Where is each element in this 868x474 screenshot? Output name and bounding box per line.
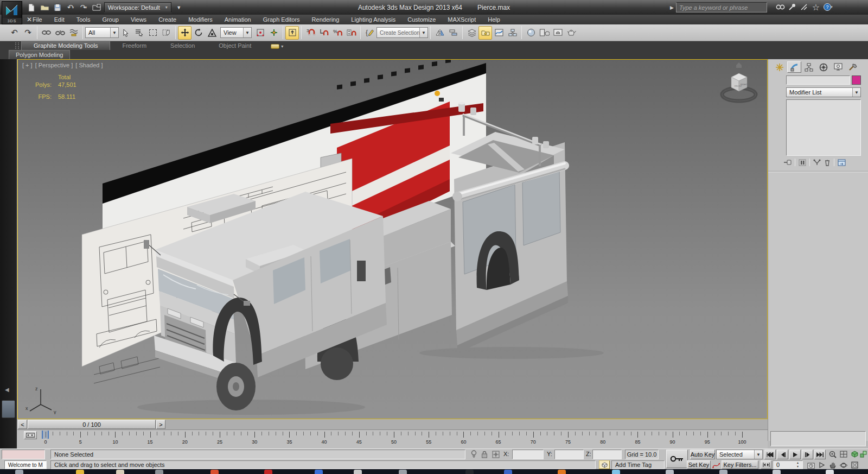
taskbar-icon[interactable] xyxy=(399,470,407,474)
tab-create-icon[interactable] xyxy=(773,61,787,73)
rectangular-selection-region-icon[interactable] xyxy=(146,26,159,40)
make-unique-icon[interactable] xyxy=(813,159,821,166)
select-by-name-icon[interactable] xyxy=(132,26,146,40)
select-and-manipulate-icon[interactable] xyxy=(267,26,280,40)
taskbar-icon[interactable] xyxy=(558,470,566,474)
modifier-stack-list[interactable] xyxy=(786,99,861,156)
curve-editor-icon[interactable] xyxy=(492,26,506,40)
tab-motion-icon[interactable] xyxy=(816,61,831,73)
taskbar-icon[interactable] xyxy=(465,470,474,474)
play-selected-icon[interactable] xyxy=(817,460,827,470)
orbit-icon[interactable] xyxy=(839,460,848,470)
previous-frame-arrow[interactable]: < xyxy=(18,420,27,429)
application-menu-button[interactable]: 3DS xyxy=(2,1,22,24)
y-coord-field[interactable] xyxy=(554,450,584,459)
frame-spinner[interactable]: ▲▼ xyxy=(796,461,799,468)
help-icon[interactable]: ?▾ xyxy=(822,2,833,12)
object-name-field[interactable] xyxy=(786,75,850,85)
previous-frame-button[interactable] xyxy=(777,450,788,459)
tab-modify-icon[interactable] xyxy=(787,61,801,73)
select-and-move-icon[interactable] xyxy=(178,26,192,40)
viewport-general-menu[interactable]: [ + ] xyxy=(22,62,33,68)
viewport-layout-grid-icon[interactable] xyxy=(839,450,848,459)
schematic-view-icon[interactable] xyxy=(506,26,519,40)
edit-named-selection-sets-icon[interactable]: { xyxy=(363,26,376,40)
select-and-rotate-icon[interactable] xyxy=(192,26,205,40)
object-color-swatch[interactable] xyxy=(852,75,861,85)
cubes-stack-icon[interactable] xyxy=(859,450,867,459)
go-to-end-button[interactable] xyxy=(814,450,826,459)
undo-button[interactable]: ↶▾ xyxy=(65,2,76,13)
maximize-viewport-toggle-icon[interactable] xyxy=(850,460,859,470)
ribbon-minimize-toggle[interactable]: ▾ xyxy=(271,44,283,49)
modifier-list-dropdown[interactable]: Modifier List ▼ xyxy=(786,87,861,97)
taskbar-icon[interactable] xyxy=(116,470,124,474)
key-filters-button[interactable]: Key Filters... xyxy=(722,460,758,469)
play-button[interactable] xyxy=(789,450,801,459)
add-time-tag-field[interactable]: Add Time Tag xyxy=(611,460,665,469)
taskbar-icon[interactable] xyxy=(612,470,620,474)
view-cube[interactable]: FRONT RIGHT xyxy=(714,61,763,115)
tab-freeform[interactable]: Freeform xyxy=(110,41,158,50)
tab-display-icon[interactable] xyxy=(831,61,845,73)
redo-icon[interactable]: ↷ xyxy=(21,26,35,40)
taskbar-icon[interactable] xyxy=(155,470,163,474)
key-step-mode-button[interactable] xyxy=(761,460,771,469)
undo-icon[interactable]: ↶ xyxy=(8,26,21,40)
select-and-scale-icon[interactable] xyxy=(205,26,219,40)
absolute-offset-mode-icon[interactable] xyxy=(491,450,501,459)
configure-modifier-sets-icon[interactable] xyxy=(838,159,846,166)
taskbar-icon[interactable] xyxy=(15,470,23,474)
pan-hand-icon[interactable] xyxy=(828,460,838,470)
project-folder-button[interactable] xyxy=(91,2,102,13)
favorites-star-icon[interactable]: ☆ xyxy=(810,2,821,12)
show-end-result-icon[interactable] xyxy=(799,159,806,166)
panel-polygon-modeling[interactable]: Polygon Modeling xyxy=(9,50,70,59)
layout-expand-arrow-icon[interactable]: ◀ xyxy=(5,387,9,393)
search-expand-icon[interactable]: ▶ xyxy=(670,5,674,10)
time-ruler[interactable]: 0510152025303540455055606570758085909510… xyxy=(17,430,768,448)
keyboard-shortcut-override-icon[interactable] xyxy=(285,26,299,40)
windows-taskbar[interactable] xyxy=(0,469,868,474)
taskbar-icon[interactable] xyxy=(210,470,219,474)
reference-coordinate-dropdown[interactable]: View ▼ xyxy=(220,27,252,38)
window-crossing-toggle-icon[interactable] xyxy=(159,26,173,40)
select-object-icon[interactable] xyxy=(119,26,132,40)
open-file-button[interactable] xyxy=(39,2,50,13)
tab-object-paint[interactable]: Object Paint xyxy=(207,41,263,50)
rendered-frame-window-icon[interactable] xyxy=(551,26,565,40)
isolate-selection-icon[interactable] xyxy=(469,450,478,459)
set-key-button[interactable]: Set Key xyxy=(687,460,711,469)
next-frame-arrow[interactable]: > xyxy=(156,420,165,429)
taskbar-icon[interactable] xyxy=(354,470,362,474)
viewport-shading-menu[interactable]: [ Shaded ] xyxy=(75,62,103,68)
zoom-region-icon[interactable] xyxy=(828,450,838,459)
tab-utilities-icon[interactable] xyxy=(846,61,860,73)
isolate-cube-icon[interactable] xyxy=(850,450,859,459)
taskbar-icon[interactable] xyxy=(76,470,84,474)
time-tag-cube-icon[interactable] xyxy=(599,460,610,469)
time-configuration-icon[interactable] xyxy=(806,460,816,470)
redo-button[interactable]: ↷▾ xyxy=(78,2,89,13)
x-coord-field[interactable] xyxy=(512,450,544,459)
perspective-viewport[interactable]: [ + ] [ Perspective ] [ Shaded ] Total P… xyxy=(17,59,768,419)
select-and-link-icon[interactable] xyxy=(40,26,53,40)
tab-selection[interactable]: Selection xyxy=(158,41,207,50)
snaps-toggle-icon[interactable]: 3 xyxy=(304,26,317,40)
new-key-curve-icon[interactable] xyxy=(712,460,720,470)
search-icon[interactable] xyxy=(775,2,786,12)
key-mode-dropdown[interactable]: Selected ▼ xyxy=(716,450,763,459)
set-keys-button[interactable] xyxy=(666,450,688,468)
auto-key-button[interactable]: Auto Key xyxy=(690,450,715,459)
workspace-dropdown[interactable]: Workspace: Default ▾ xyxy=(104,2,171,12)
material-editor-icon[interactable] xyxy=(524,26,538,40)
taskbar-icon[interactable] xyxy=(504,470,512,474)
align-icon[interactable] xyxy=(446,26,460,40)
taskbar-icon[interactable] xyxy=(773,470,781,474)
z-coord-field[interactable] xyxy=(592,450,622,459)
use-pivot-point-center-icon[interactable] xyxy=(253,26,267,40)
layer-manager-icon[interactable] xyxy=(465,26,478,40)
render-production-icon[interactable] xyxy=(565,26,578,40)
communication-center-icon[interactable] xyxy=(787,2,797,12)
taskbar-icon[interactable] xyxy=(666,470,674,474)
